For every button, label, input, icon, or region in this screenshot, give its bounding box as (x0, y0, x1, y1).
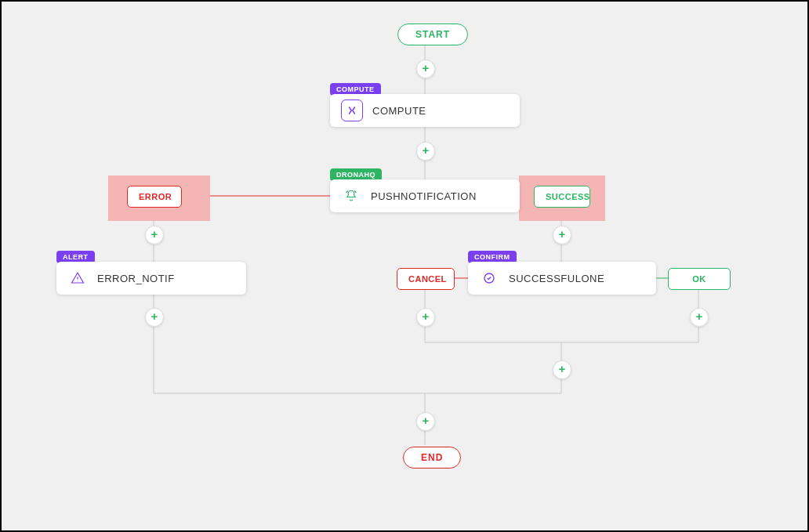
add-node-button[interactable]: + (416, 60, 435, 78)
compute-node[interactable]: COMPUTE (330, 94, 520, 127)
end-node[interactable]: END (403, 447, 461, 469)
compute-label: COMPUTE (372, 105, 426, 117)
add-node-button[interactable]: + (416, 142, 435, 161)
ok-branch[interactable]: OK (668, 268, 731, 290)
errnot-node[interactable]: ERROR_NOTIF (56, 262, 246, 295)
add-node-button[interactable]: + (690, 308, 709, 327)
success-node[interactable]: SUCCESSFULONE (468, 262, 656, 295)
add-node-button[interactable]: + (416, 308, 435, 327)
errnot-label: ERROR_NOTIF (97, 273, 175, 284)
add-node-button[interactable]: + (553, 360, 571, 379)
error-branch[interactable]: ERROR (127, 186, 182, 208)
add-node-button[interactable]: + (553, 226, 571, 244)
bell-icon (341, 186, 361, 206)
add-node-button[interactable]: + (416, 412, 435, 431)
push-node[interactable]: PUSHNOTIFICATION (330, 179, 520, 212)
alert-icon (67, 268, 88, 288)
add-node-button[interactable]: + (145, 226, 164, 244)
variable-icon (341, 100, 363, 121)
add-node-button[interactable]: + (145, 308, 164, 327)
push-label: PUSHNOTIFICATION (371, 190, 477, 202)
confirm-icon (479, 268, 499, 288)
cancel-branch[interactable]: CANCEL (397, 268, 455, 290)
success-branch[interactable]: SUCCESS (534, 186, 590, 208)
flow-canvas[interactable]: START + + + + + + + + + COMPUTE COMPUTE … (0, 0, 809, 532)
start-node[interactable]: START (397, 24, 468, 45)
success-label: SUCCESSFULONE (509, 273, 604, 284)
